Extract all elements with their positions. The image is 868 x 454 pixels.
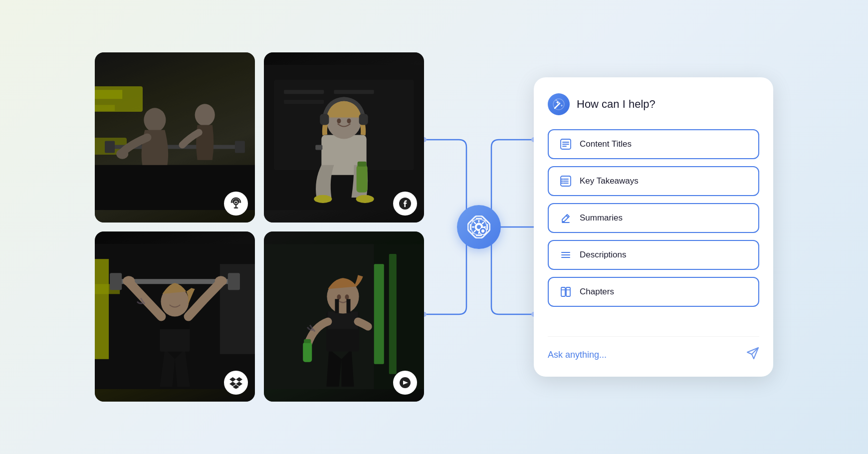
- summaries-label: Summaries: [580, 213, 623, 223]
- dropbox-icon: [224, 371, 248, 395]
- svg-point-57: [531, 137, 534, 142]
- connector-area: [424, 52, 534, 402]
- content-titles-label: Content Titles: [580, 139, 632, 149]
- option-key-takeaways[interactable]: Key Takeaways: [548, 166, 759, 196]
- main-container: How can I help? Content Titles: [0, 0, 868, 454]
- option-summaries[interactable]: Summaries: [548, 203, 759, 233]
- svg-point-74: [561, 181, 563, 182]
- image-card-video: [264, 231, 424, 402]
- option-content-titles[interactable]: Content Titles: [548, 129, 759, 159]
- svg-point-58: [424, 312, 427, 317]
- svg-point-75: [561, 183, 563, 184]
- chat-panel: How can I help? Content Titles: [534, 77, 773, 377]
- option-buttons: Content Titles Key Takeaways: [548, 129, 759, 322]
- menu-lines-icon: [559, 248, 573, 262]
- image-card-podcast: [95, 52, 255, 223]
- podcast-icon: [224, 192, 248, 216]
- key-takeaways-label: Key Takeaways: [580, 176, 639, 186]
- svg-point-63: [482, 230, 484, 232]
- checklist-icon: [559, 174, 573, 188]
- chat-header: How can I help?: [548, 93, 759, 115]
- svg-point-73: [561, 179, 563, 180]
- svg-point-12: [235, 202, 237, 204]
- text-square-icon: [559, 137, 573, 151]
- chat-input-placeholder[interactable]: Ask anything...: [548, 350, 746, 360]
- send-icon[interactable]: [746, 347, 759, 363]
- svg-rect-82: [566, 287, 570, 296]
- svg-point-59: [531, 312, 534, 317]
- facebook-icon: [393, 192, 417, 216]
- descriptions-label: Descriptions: [580, 250, 627, 260]
- chat-input-area: Ask anything...: [548, 336, 759, 363]
- video-icon: [393, 371, 417, 395]
- chapters-label: Chapters: [580, 287, 614, 297]
- option-chapters[interactable]: Chapters: [548, 277, 759, 307]
- chat-logo: [548, 93, 570, 115]
- svg-point-56: [424, 137, 427, 142]
- option-descriptions[interactable]: Descriptions: [548, 240, 759, 270]
- pencil-edit-icon: [559, 211, 573, 225]
- image-card-facebook: [264, 52, 424, 223]
- book-icon: [559, 285, 573, 299]
- chat-title: How can I help?: [577, 98, 655, 111]
- images-grid: [95, 52, 424, 402]
- svg-rect-81: [561, 287, 565, 296]
- image-card-dropbox: [95, 231, 255, 402]
- gear-circle: [457, 205, 501, 249]
